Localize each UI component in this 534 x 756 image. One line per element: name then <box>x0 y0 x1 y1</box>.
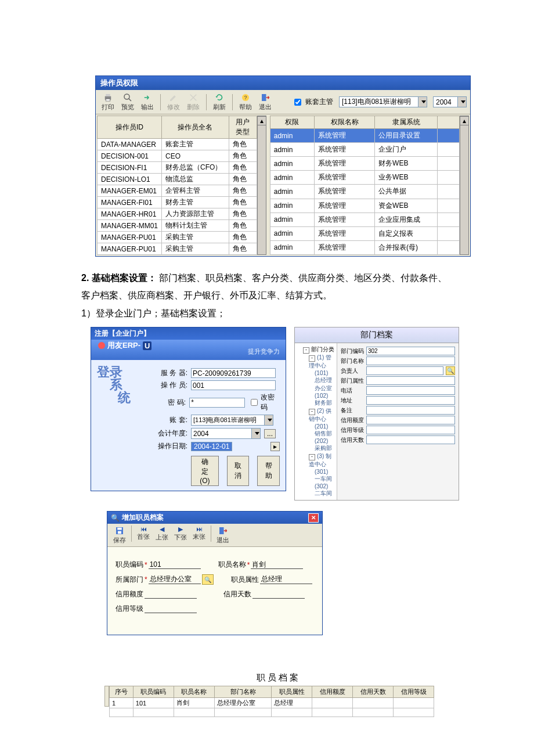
tree-leaf[interactable]: (301) 一车间 <box>315 469 334 483</box>
export-button[interactable]: 输出 <box>139 92 156 111</box>
prev-button[interactable]: ◀上张 <box>153 525 171 545</box>
add-employee-toolbar: 保存 ⏮首张 ◀上张 ▶下张 ⏭末张 退出 <box>107 524 322 547</box>
tree-toggle-icon[interactable]: - <box>309 409 315 415</box>
tree-leaf[interactable]: (201) 销售部 <box>315 423 334 438</box>
table-row[interactable]: DECISION-LO1物流总监角色 <box>98 174 257 185</box>
svg-rect-7 <box>262 94 266 101</box>
opdate-input[interactable]: 2004-12-01 <box>191 442 232 451</box>
dept-name-input[interactable] <box>366 357 455 365</box>
last-button[interactable]: ⏭末张 <box>190 525 208 545</box>
lookup-icon[interactable]: 🔍 <box>202 574 214 585</box>
help-button[interactable]: ? 帮助 <box>237 92 254 111</box>
tree-leaf[interactable]: (101) 总经理办公室 <box>315 370 334 393</box>
year-more-button[interactable]: ... <box>264 429 276 438</box>
refresh-button[interactable]: 刷新 <box>211 92 228 111</box>
password-input[interactable] <box>189 398 245 408</box>
tree-toggle-icon[interactable]: - <box>309 355 315 362</box>
emp-code-input[interactable] <box>149 560 201 569</box>
dept-phone-input[interactable] <box>366 386 455 395</box>
table-row[interactable]: MANAGER-MM01物料计划主管角色 <box>98 220 257 232</box>
table-row[interactable]: MANAGER-HR01人力资源部主管角色 <box>98 208 257 220</box>
separator <box>131 525 132 542</box>
window-title: 操作员权限 <box>96 76 470 90</box>
emp-creditdays-input[interactable] <box>252 590 305 599</box>
tree-node[interactable]: -(2) 供销中心(201) 销售部(202) 采购部 <box>309 407 334 452</box>
table-row[interactable]: 1101肖剑总经理办公室总经理 <box>110 698 434 708</box>
table-row[interactable]: MANAGER-FI01财务主管角色 <box>98 197 257 208</box>
dept-creditamt-input[interactable] <box>366 416 455 424</box>
separator <box>160 94 161 110</box>
scrollbar[interactable]: ▴ <box>257 116 266 255</box>
server-input[interactable] <box>191 368 276 378</box>
table-row[interactable]: MANAGER-EM01企管科主管角色 <box>98 185 257 197</box>
dept-code-input[interactable] <box>366 347 455 355</box>
dept-addr-input[interactable] <box>366 396 455 405</box>
scroll-up-icon[interactable]: ▴ <box>460 116 469 125</box>
left-gutter <box>104 686 109 707</box>
operator-input[interactable] <box>191 380 276 390</box>
table-row[interactable]: admin系统管理合并报表(母) <box>270 240 459 254</box>
tree-leaf[interactable]: (202) 采购部 <box>315 438 334 452</box>
exit-button[interactable]: 退出 <box>257 92 274 111</box>
first-button[interactable]: ⏮首张 <box>135 525 152 545</box>
emp-name-input[interactable] <box>251 560 303 569</box>
emp-creditamt-input[interactable] <box>145 590 197 599</box>
table-row[interactable]: admin系统管理公共单据 <box>270 185 459 199</box>
year-select[interactable]: 2004 <box>433 96 467 107</box>
dept-note-input[interactable] <box>366 406 455 415</box>
tree-leaf[interactable]: (302) 二车间 <box>315 483 334 498</box>
print-button[interactable]: 打印 <box>99 92 117 111</box>
table-row[interactable]: DATA-MANAGER账套主管角色 <box>98 139 257 150</box>
change-password-checkbox[interactable]: 改密码 <box>248 393 280 412</box>
employee-list-title: 职员档案 <box>104 670 453 686</box>
scroll-up-icon[interactable]: ▴ <box>257 116 266 125</box>
preview-button[interactable]: 预览 <box>119 92 136 111</box>
tree-toggle-icon[interactable]: - <box>303 347 309 354</box>
svg-rect-10 <box>118 531 121 534</box>
tree-toggle-icon[interactable]: - <box>309 454 315 460</box>
emp-dept-input[interactable] <box>149 575 201 584</box>
year-input[interactable]: 2004 <box>191 428 261 439</box>
cancel-button[interactable]: 取消 <box>227 456 250 486</box>
table-row[interactable]: admin系统管理业务WEB <box>270 171 459 185</box>
table-row[interactable]: MANAGER-PU01采购主管角色 <box>98 243 257 255</box>
tree-node[interactable]: -(3) 制造中心(301) 一车间(302) 二车间 <box>309 452 334 498</box>
table-row[interactable]: admin系统管理企业应用集成 <box>270 213 459 226</box>
separator <box>206 94 207 110</box>
tree-node[interactable]: -(1) 管理中心(101) 总经理办公室(102) 财务部 <box>309 354 334 407</box>
account-input[interactable]: [113]电商081班谢柳明 <box>191 415 273 426</box>
table-row[interactable]: admin系统管理财务WEB <box>270 157 459 171</box>
help-button[interactable]: 帮助 <box>257 456 280 486</box>
year-label: 会计年度: <box>157 429 187 438</box>
account-owner-checkbox[interactable]: 账套主管 <box>292 97 333 107</box>
table-row[interactable]: MANAGER-PU01采购主管角色 <box>98 232 257 243</box>
chevron-down-icon <box>251 429 260 438</box>
opdate-go-button[interactable]: ▸ <box>270 442 280 451</box>
table-row[interactable]: DECISION-001CEO角色 <box>98 150 257 162</box>
table-row <box>110 708 434 717</box>
emp-creditlvl-input[interactable] <box>145 604 197 613</box>
dept-attr-input[interactable] <box>366 376 455 385</box>
employee-table: 序号 职员编码 职员名称 部门名称 职员属性 信用额度 信用天数 信用等级 11… <box>109 686 434 717</box>
table-row[interactable]: admin系统管理自定义报表 <box>270 226 459 240</box>
dept-creditdays-input[interactable] <box>366 435 455 444</box>
emp-attr-input[interactable] <box>260 575 312 584</box>
lookup-icon[interactable]: 🔍 <box>446 366 455 375</box>
next-button[interactable]: ▶下张 <box>172 525 189 545</box>
exit-button[interactable]: 退出 <box>214 525 232 545</box>
help-icon: ? <box>240 92 251 103</box>
table-row[interactable]: DECISION-FI1财务总监（CFO）角色 <box>98 162 257 174</box>
table-row[interactable]: admin系统管理资金WEB <box>270 199 459 213</box>
department-tree[interactable]: -部门分类 -(1) 管理中心(101) 总经理办公室(102) 财务部-(2)… <box>295 343 337 500</box>
account-owner-check-input[interactable] <box>294 99 301 106</box>
scrollbar[interactable]: ▴ <box>460 116 469 255</box>
table-row[interactable]: admin系统管理公用目录设置 <box>270 129 459 143</box>
table-row[interactable]: admin系统管理企业门户 <box>270 143 459 157</box>
account-select[interactable]: [113]电商081班谢柳明 <box>339 96 427 107</box>
dept-creditlvl-input[interactable] <box>366 426 455 434</box>
tree-leaf[interactable]: (102) 财务部 <box>315 393 334 407</box>
dept-head-input[interactable] <box>366 366 443 375</box>
save-button[interactable]: 保存 <box>111 525 128 545</box>
ok-button[interactable]: 确定(O) <box>191 456 219 486</box>
close-button[interactable]: ✕ <box>308 513 319 523</box>
